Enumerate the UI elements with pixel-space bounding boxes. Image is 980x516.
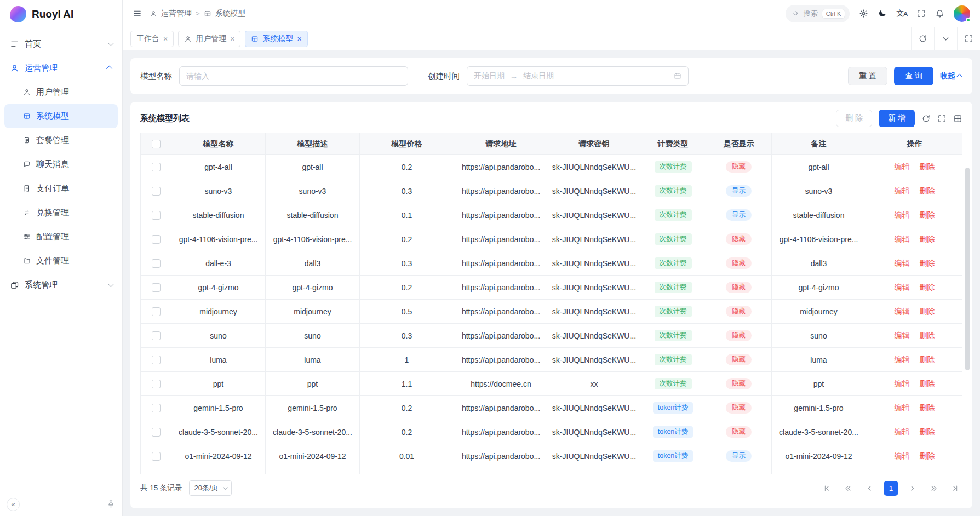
reset-button[interactable]: 重 置 <box>848 67 887 85</box>
row-checkbox[interactable] <box>152 211 161 220</box>
delete-link[interactable]: 删除 <box>919 283 935 291</box>
tab-user-management[interactable]: 用户管理 × <box>178 31 240 47</box>
sidebar-item-system-model[interactable]: 系统模型 <box>4 104 118 128</box>
sidebar-item-system-management[interactable]: 系统管理 <box>4 273 118 297</box>
delete-link[interactable]: 删除 <box>919 186 935 195</box>
close-icon[interactable]: × <box>230 35 234 43</box>
sidebar-item-chat-messages[interactable]: 聊天消息 <box>4 152 118 176</box>
delete-button[interactable]: 删 除 <box>836 110 872 127</box>
pagination-prev-jump-button[interactable] <box>841 481 856 496</box>
delete-link[interactable]: 删除 <box>919 355 935 364</box>
collapse-filter-link[interactable]: 收起 <box>940 71 962 81</box>
refresh-tab-button[interactable] <box>911 27 934 50</box>
row-checkbox[interactable] <box>152 307 161 316</box>
edit-link[interactable]: 编辑 <box>895 379 910 388</box>
sidebar-item-home[interactable]: 首页 <box>4 32 118 56</box>
content-fullscreen-button[interactable] <box>957 27 980 50</box>
online-status-dot <box>966 18 971 22</box>
delete-link[interactable]: 删除 <box>919 403 935 412</box>
breadcrumb-item[interactable]: 运营管理 <box>161 9 192 19</box>
tab-workbench[interactable]: 工作台 × <box>130 31 174 47</box>
edit-link[interactable]: 编辑 <box>895 283 910 291</box>
sidebar-item-operations[interactable]: 运营管理 <box>4 56 118 80</box>
sidebar-item-exchange-management[interactable]: 兑换管理 <box>4 200 118 225</box>
row-checkbox[interactable] <box>152 187 161 196</box>
delete-link[interactable]: 删除 <box>919 162 935 171</box>
date-range-picker[interactable]: 开始日期 → 结束日期 <box>467 66 689 86</box>
page-size-select[interactable]: 20条/页 <box>189 480 232 496</box>
edit-link[interactable]: 编辑 <box>895 427 910 436</box>
row-checkbox[interactable] <box>152 380 161 388</box>
pagination-current-page[interactable]: 1 <box>884 481 898 496</box>
pagination-first-button[interactable] <box>819 481 834 496</box>
sidebar-item-payment-orders[interactable]: 支付订单 <box>4 176 118 200</box>
edit-link[interactable]: 编辑 <box>895 451 910 460</box>
row-checkbox[interactable] <box>152 163 161 171</box>
sidebar-item-file-management[interactable]: 文件管理 <box>4 249 118 273</box>
sidebar-item-config-management[interactable]: 配置管理 <box>4 225 118 249</box>
delete-link[interactable]: 删除 <box>919 307 935 316</box>
query-button[interactable]: 查 询 <box>894 67 933 85</box>
add-button[interactable]: 新 增 <box>879 110 915 127</box>
cell-request-url: https://api.pandarobo... <box>454 251 548 276</box>
cell-billing-type: 次数计费 <box>640 276 706 300</box>
row-checkbox[interactable] <box>152 428 161 437</box>
select-all-checkbox[interactable] <box>152 140 161 148</box>
edit-link[interactable]: 编辑 <box>895 259 910 267</box>
refresh-table-button[interactable] <box>921 114 931 123</box>
model-name-input[interactable] <box>179 66 408 86</box>
sidebar-item-user-management[interactable]: 用户管理 <box>4 80 118 104</box>
vertical-scrollbar-thumb[interactable] <box>965 168 970 370</box>
close-icon[interactable]: × <box>297 35 301 43</box>
pin-icon[interactable] <box>106 500 116 509</box>
moon-icon[interactable] <box>878 9 887 18</box>
cell-request-url: https://api.pandarobo... <box>454 203 548 227</box>
billing-type-tag: 次数计费 <box>655 233 692 245</box>
pagination-prev-button[interactable] <box>862 481 877 496</box>
delete-link[interactable]: 删除 <box>919 259 935 267</box>
close-icon[interactable]: × <box>163 35 168 43</box>
edit-link[interactable]: 编辑 <box>895 162 910 171</box>
row-checkbox[interactable] <box>152 452 161 461</box>
edit-link[interactable]: 编辑 <box>895 355 910 364</box>
delete-link[interactable]: 删除 <box>919 379 935 388</box>
edit-link[interactable]: 编辑 <box>895 331 910 340</box>
row-checkbox[interactable] <box>152 404 161 412</box>
edit-link[interactable]: 编辑 <box>895 403 910 412</box>
bell-icon[interactable] <box>935 9 944 18</box>
edit-link[interactable]: 编辑 <box>895 234 910 243</box>
delete-link[interactable]: 删除 <box>919 210 935 219</box>
breadcrumb-item[interactable]: 系统模型 <box>215 9 246 19</box>
row-checkbox[interactable] <box>152 356 161 364</box>
row-checkbox[interactable] <box>152 235 161 244</box>
sidebar-item-package-management[interactable]: 套餐管理 <box>4 128 118 152</box>
gear-icon[interactable] <box>859 9 868 18</box>
translate-icon[interactable]: 文A <box>896 9 907 19</box>
app-logo[interactable]: Ruoyi AI <box>0 0 122 28</box>
hamburger-menu-icon[interactable] <box>133 9 142 18</box>
edit-link[interactable]: 编辑 <box>895 307 910 316</box>
row-checkbox[interactable] <box>152 331 161 340</box>
delete-link[interactable]: 删除 <box>919 331 935 340</box>
pagination-next-button[interactable] <box>905 481 920 496</box>
sidebar-collapse-button[interactable]: « <box>7 498 20 511</box>
edit-link[interactable]: 编辑 <box>895 210 910 219</box>
row-checkbox[interactable] <box>152 283 161 292</box>
column-header-model-name: 模型名称 <box>171 133 266 155</box>
tab-system-model[interactable]: 系统模型 × <box>245 31 307 47</box>
row-select-cell <box>141 324 171 348</box>
table-fullscreen-button[interactable] <box>937 114 947 123</box>
pagination-last-button[interactable] <box>948 481 962 496</box>
delete-link[interactable]: 删除 <box>919 451 935 460</box>
row-checkbox[interactable] <box>152 259 161 268</box>
avatar[interactable] <box>954 5 970 22</box>
fullscreen-icon[interactable] <box>916 9 926 18</box>
pagination-bar: 共 15 条记录 20条/页 1 <box>140 474 962 502</box>
column-settings-button[interactable] <box>953 114 962 123</box>
tabs-dropdown-button[interactable] <box>934 27 957 50</box>
pagination-next-jump-button[interactable] <box>926 481 941 496</box>
delete-link[interactable]: 删除 <box>919 234 935 243</box>
delete-link[interactable]: 删除 <box>919 427 935 436</box>
global-search[interactable]: 搜索 Ctrl K <box>786 5 850 22</box>
edit-link[interactable]: 编辑 <box>895 186 910 195</box>
